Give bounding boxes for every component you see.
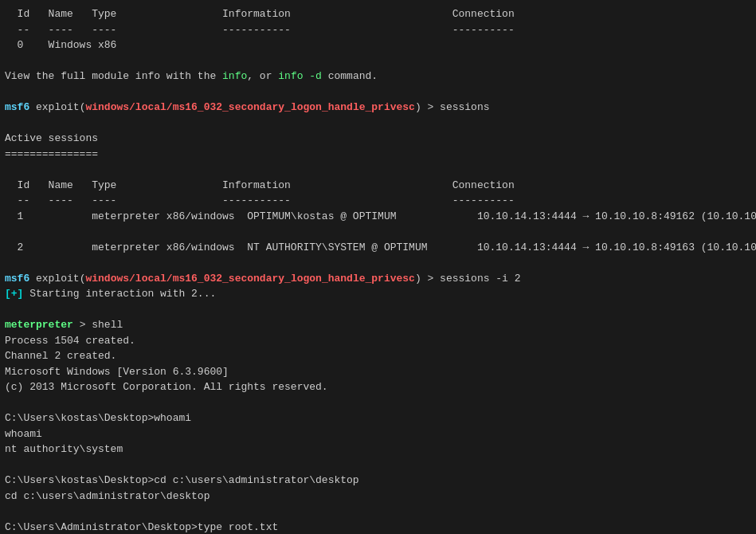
blank-7 [5,302,751,318]
meterpreter-prompt-line: meterpreter > shell [5,317,751,333]
msf-prompt-2: msf6 [5,273,29,285]
cd-cmd-line: C:\Users\kostas\Desktop>cd c:\users\admi… [5,473,751,489]
terminal: Id Name Type Information Connection -- -… [0,0,756,534]
meterp-prompt: meterpreter [5,319,73,331]
blank-5 [5,224,751,240]
header-id-line: Id Name Type Information Connection [5,6,751,22]
module-name: windows/local/ms16_032_secondary_logon_h… [85,101,414,113]
windows-version-line: Microsoft Windows [Version 6.3.9600] [5,364,751,380]
blank-9 [5,457,751,473]
blank-10 [5,504,751,520]
type-cmd-line: C:\Users\Administrator\Desktop>type root… [5,520,751,535]
windows-x86-line: 0 Windows x86 [5,37,751,53]
blank-1 [5,53,751,69]
whoami-cmd-line: C:\Users\kostas\Desktop>whoami [5,410,751,426]
blank-6 [5,255,751,271]
table-header: Id Name Type Information Connection [5,178,751,194]
module-info-line: View the full module info with the info,… [5,69,751,84]
header-div-line: -- ---- ---- ----------- ---------- [5,22,751,38]
active-sessions-label: Active sessions [5,131,751,147]
sessions-i2-command: msf6 exploit(windows/local/ms16_032_seco… [5,271,751,287]
info-link[interactable]: info [222,70,247,82]
session-2-row: 2 meterpreter x86/windows NT AUTHORITY\S… [5,240,751,256]
cd-echo-line: cd c:\users\administrator\desktop [5,489,751,505]
sessions-command-line: msf6 exploit(windows/local/ms16_032_seco… [5,100,751,116]
table-divider: -- ---- ---- ----------- ---------- [5,193,751,209]
module-name-2: windows/local/ms16_032_secondary_logon_h… [85,273,414,285]
ms-corp-line: (c) 2013 Microsoft Corporation. All righ… [5,379,751,395]
blank-4 [5,162,751,178]
blank-3 [5,116,751,132]
nt-system-line: nt authority\system [5,442,751,457]
whoami-label: whoami [5,426,751,442]
session-1-row: 1 meterpreter x86/windows OPTIMUM\kostas… [5,209,751,225]
process-created-line: Process 1504 created. [5,333,751,349]
starting-interaction-line: [+] Starting interaction with 2... [5,286,751,302]
active-sessions-underline-row: =============== [5,147,751,163]
channel-created-line: Channel 2 created. [5,348,751,364]
blank-8 [5,395,751,411]
msf-prompt: msf6 [5,101,29,113]
plus-bracket: [+] [5,288,23,300]
info-d-link[interactable]: info -d [278,70,322,82]
blank-2 [5,84,751,100]
